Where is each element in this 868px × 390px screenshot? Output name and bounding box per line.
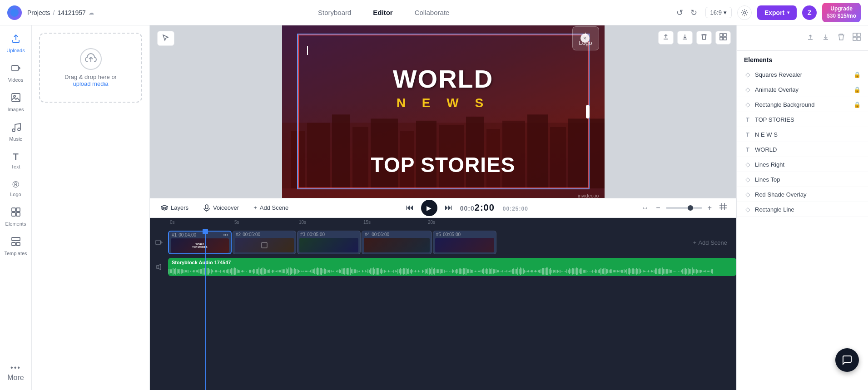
drop-text: Drag & drop here or upload media <box>64 74 117 87</box>
element-lines-top[interactable]: ◇ Lines Top <box>737 172 868 187</box>
zoom-slider[interactable] <box>666 207 702 209</box>
svg-rect-15 <box>16 242 20 246</box>
canvas-grid-btn[interactable] <box>715 31 731 44</box>
upload-cloud-icon <box>80 48 102 70</box>
timeline-tracks: 0s 5s 10s 15s 20s <box>150 218 736 390</box>
canvas-top-stories-text[interactable]: TOP STORIES <box>282 153 605 177</box>
redo-button[interactable]: ↻ <box>688 6 700 20</box>
playback-controls: ⏮ ▶ ⏭ 00:02:00 00:25:00 <box>299 200 632 216</box>
uploads-label: Uploads <box>6 48 25 53</box>
sidebar-item-text[interactable]: T Text <box>2 147 30 174</box>
play-button[interactable]: ▶ <box>421 200 437 216</box>
aspect-ratio-button[interactable]: 16:9 ▾ <box>705 7 732 18</box>
right-panel: Elements ◇ Squares Revealer 🔒 ◇ Animate … <box>736 25 868 390</box>
sidebar-item-more[interactable]: ••• More <box>2 359 30 386</box>
skip-back-button[interactable]: ⏮ <box>404 201 416 214</box>
skip-forward-button[interactable]: ⏭ <box>443 201 455 214</box>
templates-icon <box>11 237 21 249</box>
sidebar-item-logo[interactable]: ® Logo <box>2 175 30 202</box>
element-rectangle-background[interactable]: ◇ Rectangle Background 🔒 <box>737 97 868 112</box>
svg-rect-45 <box>857 33 860 36</box>
voiceover-button[interactable]: Voiceover <box>199 202 243 213</box>
tab-collaborate[interactable]: Collaborate <box>411 7 453 18</box>
right-grid-btn[interactable] <box>851 31 863 45</box>
audio-clip[interactable]: Storyblock Audio 174547 // Generate wave… <box>168 258 736 276</box>
element-name-lines-top: Lines Top <box>755 176 861 183</box>
scene-clip-2[interactable]: #2 00:05:00 <box>233 231 296 254</box>
element-lines-right[interactable]: ◇ Lines Right <box>737 157 868 172</box>
sidebar-item-images[interactable]: Images <box>2 88 30 117</box>
scene-2-num: #2 <box>236 232 241 237</box>
right-panel-toolbar <box>737 25 868 51</box>
element-rectangle-line[interactable]: ◇ Rectangle Line <box>737 202 868 217</box>
lock-icon-animate-overlay: 🔒 <box>853 86 861 93</box>
more-label: More <box>7 374 24 382</box>
svg-rect-35 <box>205 205 208 209</box>
scene-clip-5[interactable]: #5 00:05:00 <box>433 231 496 254</box>
chat-bubble-button[interactable] <box>835 348 859 372</box>
element-red-shade-overlay[interactable]: ◇ Red Shade Overlay <box>737 187 868 202</box>
undo-redo-group: ↺ ↻ <box>674 6 700 20</box>
timeline-playhead[interactable] <box>205 229 206 390</box>
canvas-logo-button[interactable]: + Logo <box>572 26 599 50</box>
zoom-slider-thumb[interactable] <box>688 205 693 211</box>
element-world[interactable]: T WORLD <box>737 142 868 157</box>
video-canvas: × WORLD N E W S TOP STORIES + Logo invid… <box>282 25 605 198</box>
timecode-duration: 00:25:00 <box>503 206 528 212</box>
tab-editor[interactable]: Editor <box>369 7 396 18</box>
main-layout: Uploads Videos Images <box>0 25 868 390</box>
export-button[interactable]: Export ▾ <box>757 5 797 20</box>
element-name-news: N E W S <box>755 131 861 138</box>
svg-rect-13 <box>12 237 20 241</box>
svg-rect-18 <box>720 37 723 40</box>
canvas-tool-btn[interactable] <box>157 31 174 46</box>
sidebar-item-uploads[interactable]: Uploads <box>2 29 30 58</box>
canvas-delete-btn[interactable] <box>696 31 712 44</box>
scene-5-num: #5 <box>436 232 441 237</box>
element-news[interactable]: T N E W S <box>737 127 868 142</box>
scene-clip-1[interactable]: #1 00:04:00 ••• WORLDTOP STORIES <box>168 231 232 254</box>
add-scene-toolbar-btn[interactable]: + Add Scene <box>250 202 292 213</box>
projects-link[interactable]: Projects <box>27 9 50 16</box>
scene-1-dots[interactable]: ••• <box>223 232 228 237</box>
sidebar-item-elements[interactable]: Elements <box>2 202 30 231</box>
user-avatar[interactable]: Z <box>802 5 817 20</box>
element-icon-squares-revealer: ◇ <box>744 71 751 78</box>
scene-clip-4[interactable]: #4 00:06:00 <box>362 231 432 254</box>
right-download-btn[interactable] <box>820 31 832 45</box>
right-upload-btn[interactable] <box>804 31 816 45</box>
timeline-grid-button[interactable] <box>717 201 729 215</box>
element-name-squares-revealer: Squares Revealer <box>755 71 850 78</box>
audio-clip-label: Storyblock Audio 174547 <box>172 260 231 265</box>
element-top-stories[interactable]: T TOP STORIES <box>737 112 868 127</box>
upgrade-button[interactable]: Upgrade $30 $15/mo <box>822 3 861 22</box>
canvas-world-text[interactable]: WORLD <box>282 64 605 94</box>
add-scene-button[interactable]: + Add Scene <box>689 237 731 247</box>
element-animate-overlay[interactable]: ◇ Animate Overlay 🔒 <box>737 82 868 97</box>
sidebar-item-music[interactable]: Music <box>2 118 30 146</box>
settings-button[interactable] <box>737 5 752 20</box>
tab-storyboard[interactable]: Storyboard <box>314 7 355 18</box>
scene-clip-3[interactable]: #3 00:05:00 <box>297 231 361 254</box>
text-label: Text <box>11 164 20 169</box>
right-panel-title: Elements <box>737 51 868 67</box>
undo-button[interactable]: ↺ <box>674 6 686 20</box>
canvas-news-text[interactable]: N E W S <box>282 96 605 110</box>
upload-link[interactable]: upload media <box>73 80 108 87</box>
canvas-download-btn[interactable] <box>677 31 693 44</box>
upload-dropzone[interactable]: Drag & drop here or upload media <box>39 33 142 103</box>
export-label: Export <box>764 9 784 16</box>
zoom-in-button[interactable]: + <box>706 202 714 214</box>
element-squares-revealer[interactable]: ◇ Squares Revealer 🔒 <box>737 67 868 82</box>
layers-button[interactable]: Layers <box>157 202 192 213</box>
svg-marker-4 <box>18 66 20 70</box>
right-delete-btn[interactable] <box>835 31 847 45</box>
add-scene-label: Add Scene <box>698 239 727 246</box>
zoom-out-button[interactable]: − <box>654 202 662 214</box>
element-icon-animate-overlay: ◇ <box>744 86 751 93</box>
element-name-animate-overlay: Animate Overlay <box>755 86 850 93</box>
sidebar-item-videos[interactable]: Videos <box>2 59 30 87</box>
canvas-upload-btn[interactable] <box>658 31 674 44</box>
sidebar-item-templates[interactable]: Templates <box>2 232 30 261</box>
expand-button[interactable]: ↔ <box>640 202 650 214</box>
